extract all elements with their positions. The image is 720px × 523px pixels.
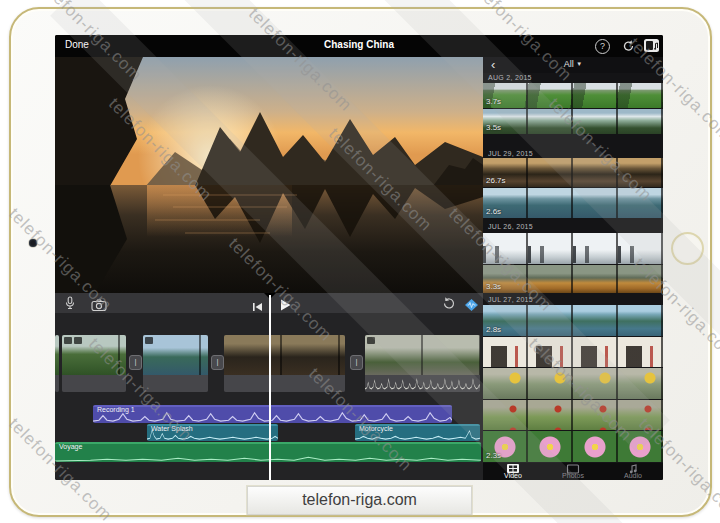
help-icon[interactable]: ? — [595, 39, 610, 54]
preview-photo — [55, 57, 483, 293]
library-clip[interactable] — [483, 368, 663, 399]
photos-icon — [567, 464, 580, 474]
date-label: JUL 29, 2015 — [488, 150, 533, 157]
audio-track-label: Water Splash — [151, 425, 193, 432]
audio-track-recording[interactable]: Recording 1 — [93, 405, 452, 423]
filter-label: All — [564, 59, 574, 69]
clip-duration: 2.6s — [486, 207, 501, 216]
video-preview[interactable] — [55, 57, 483, 293]
home-button[interactable] — [671, 232, 704, 265]
media-library-icon[interactable] — [643, 38, 659, 54]
clip-duration: 2.8s — [486, 325, 501, 334]
project-title: Chasing China — [55, 39, 663, 50]
clip-badge-icon — [145, 337, 153, 344]
audio-track-label: Motorcycle — [359, 425, 393, 432]
dropdown-arrow-icon: ▼ — [576, 61, 582, 67]
undo-timeline-icon[interactable] — [441, 296, 456, 314]
library-clip[interactable]: 3.3s — [483, 265, 663, 293]
playhead[interactable] — [269, 295, 271, 480]
tab-audio[interactable]: Audio — [603, 463, 663, 480]
clip-duration: 2.3s — [486, 451, 501, 460]
date-label: JUL 27, 2015 — [488, 296, 533, 303]
audio-icon — [628, 464, 638, 474]
timeline-clip-partial[interactable] — [55, 335, 59, 392]
library-clip[interactable]: 26.7s — [483, 158, 663, 187]
date-label: JUL 26, 2015 — [488, 223, 533, 230]
tab-video[interactable]: Video — [483, 463, 543, 480]
front-camera — [29, 239, 37, 247]
library-clip[interactable] — [483, 233, 663, 264]
clip-audio-waveform — [365, 376, 480, 391]
audio-track-motorcycle[interactable]: Motorcycle — [355, 424, 480, 441]
timeline-clip-sunset[interactable] — [224, 335, 345, 392]
timeline-clip-valley[interactable] — [62, 335, 126, 392]
clip-duration: 26.7s — [486, 176, 506, 185]
library-clip[interactable]: 3.5s — [483, 109, 663, 134]
library-clip[interactable]: 3.7s — [483, 83, 663, 108]
transition-button[interactable]: | — [211, 355, 224, 370]
clip-badge-icon — [74, 337, 82, 344]
audio-track-water-splash[interactable]: Water Splash — [147, 424, 278, 441]
audio-track-label: Voyage — [59, 443, 82, 450]
library-clip[interactable] — [483, 337, 663, 367]
clip-duration: 3.5s — [486, 123, 501, 132]
clip-duration: 3.7s — [486, 97, 501, 106]
video-icon — [506, 464, 520, 474]
imovie-screen: Done Chasing China ? — [55, 35, 663, 480]
timeline-clip-lake[interactable] — [143, 335, 208, 392]
clip-badge-icon — [64, 337, 72, 344]
timeline-clip-road[interactable] — [365, 335, 480, 392]
clip-duration: 3.3s — [486, 282, 501, 291]
transition-button[interactable]: | — [129, 355, 142, 370]
clip-badge-icon — [367, 337, 375, 344]
library-clip[interactable]: 2.3s — [483, 431, 663, 462]
library-tab-bar: Video Photos Audio — [483, 463, 663, 480]
library-clip[interactable] — [483, 400, 663, 430]
media-library-panel: ‹ All ▼ AUG 2, 2015 3.7s 3.5s JUL 29, 20… — [483, 57, 663, 480]
library-clip[interactable]: 2.6s — [483, 188, 663, 218]
undo-icon[interactable] — [621, 38, 637, 54]
transition-button[interactable]: | — [350, 355, 363, 370]
library-clip[interactable]: 2.8s — [483, 305, 663, 336]
library-header: ‹ All ▼ — [483, 57, 663, 73]
filter-dropdown[interactable]: All ▼ — [483, 59, 663, 69]
audio-track-label: Recording 1 — [97, 406, 135, 413]
audio-track-voyage[interactable]: Voyage — [55, 442, 481, 462]
screenshot-canvas: Done Chasing China ? — [0, 0, 720, 523]
tab-photos[interactable]: Photos — [543, 463, 603, 480]
top-bar: Done Chasing China ? — [55, 35, 663, 57]
microphone-icon[interactable] — [64, 296, 76, 314]
watermark-bar: telefon-riga.com — [247, 486, 472, 515]
date-label: AUG 2, 2015 — [488, 74, 532, 81]
